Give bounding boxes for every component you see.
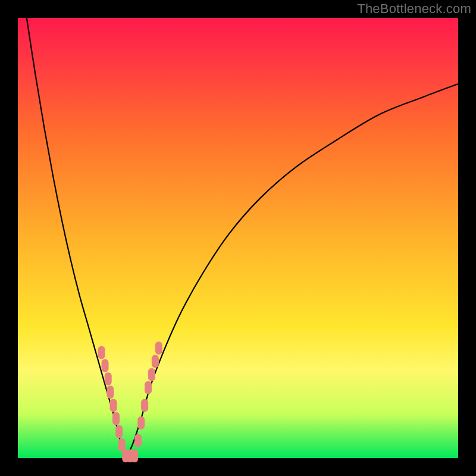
marker-blob: [131, 449, 138, 462]
marker-blob: [155, 342, 162, 355]
marker-blob: [134, 434, 142, 447]
marker-blob: [107, 386, 114, 399]
marker-blob: [105, 372, 112, 386]
watermark-text: TheBottleneck.com: [357, 1, 471, 17]
marker-blob: [145, 381, 152, 394]
curve-right: [126, 84, 458, 458]
series-path-1: [126, 84, 458, 458]
marker-blob: [98, 346, 105, 359]
marker-blob: [102, 359, 109, 372]
marker-blob: [112, 412, 120, 425]
marker-blob: [118, 439, 126, 452]
markers-group: [98, 342, 162, 462]
marker-blob: [148, 368, 155, 381]
marker-blob: [110, 399, 117, 412]
chart-svg: [18, 18, 458, 458]
marker-blob: [152, 355, 159, 368]
marker-blob: [141, 399, 148, 412]
marker-blob: [115, 425, 123, 439]
plot-area: [18, 18, 458, 458]
marker-blob: [137, 416, 145, 430]
chart-frame: TheBottleneck.com: [0, 0, 476, 476]
